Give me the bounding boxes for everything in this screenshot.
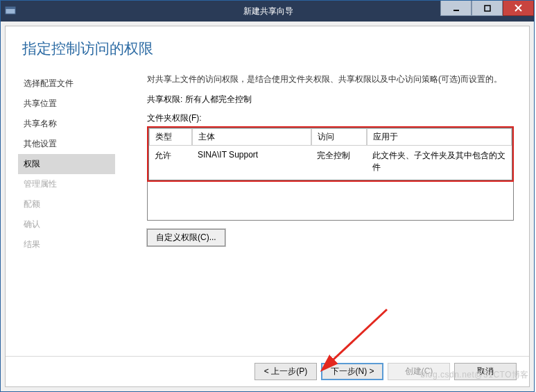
sidebar-item-profile[interactable]: 选择配置文件: [24, 74, 137, 94]
cell-apply: 此文件夹、子文件夹及其中包含的文件: [367, 148, 512, 176]
maximize-button[interactable]: [472, 1, 503, 16]
permissions-table[interactable]: 类型 主体 访问 应用于 允许 SINA\IT Support 完全控制 此文件…: [148, 128, 512, 180]
customize-permissions-button[interactable]: 自定义权限(C)...: [147, 229, 225, 246]
main-panel: 对共享上文件的访问权限，是结合使用文件夹权限、共享权限以及中心访问策略(可选)而…: [137, 71, 529, 356]
col-subject[interactable]: 主体: [192, 128, 311, 146]
sidebar-item-permissions[interactable]: 权限: [18, 154, 115, 174]
previous-button[interactable]: < 上一步(P): [254, 363, 317, 380]
highlighted-region: 类型 主体 访问 应用于 允许 SINA\IT Support 完全控制 此文件…: [147, 126, 514, 182]
wizard-window: 新建共享向导 指定控制访问的权限 选择配置文件 共享位置 共享名称 其他设置 权…: [0, 0, 535, 392]
table-empty-space: [147, 182, 514, 221]
page-title: 指定控制访问的权限: [6, 26, 529, 71]
sidebar-item-location[interactable]: 共享位置: [24, 94, 137, 114]
cell-type: 允许: [149, 148, 192, 176]
sidebar-item-other[interactable]: 其他设置: [24, 134, 137, 154]
folder-permission-label: 文件夹权限(F):: [147, 112, 514, 124]
button-bar: < 上一步(P) 下一步(N) > 创建(C) 取消: [6, 356, 529, 386]
cell-access: 完全控制: [311, 148, 367, 176]
next-button[interactable]: 下一步(N) >: [321, 363, 383, 380]
sidebar-item-result: 结果: [24, 235, 137, 255]
content-pane: 指定控制访问的权限 选择配置文件 共享位置 共享名称 其他设置 权限 管理属性 …: [5, 26, 530, 387]
sidebar-item-mgmt: 管理属性: [24, 174, 137, 194]
svg-rect-1: [6, 7, 15, 9]
description-text: 对共享上文件的访问权限，是结合使用文件夹权限、共享权限以及中心访问策略(可选)而…: [147, 74, 514, 85]
table-header: 类型 主体 访问 应用于: [149, 128, 512, 146]
sidebar-item-confirm: 确认: [24, 214, 137, 235]
app-icon: [5, 6, 16, 17]
close-button[interactable]: [503, 1, 534, 16]
col-type[interactable]: 类型: [149, 128, 192, 146]
sidebar-item-quota: 配额: [24, 194, 137, 214]
sidebar: 选择配置文件 共享位置 共享名称 其他设置 权限 管理属性 配额 确认 结果: [6, 71, 137, 356]
cancel-button[interactable]: 取消: [454, 363, 517, 380]
col-access[interactable]: 访问: [311, 128, 367, 146]
cell-subject: SINA\IT Support: [192, 148, 311, 176]
svg-rect-3: [485, 6, 490, 11]
titlebar: 新建共享向导: [1, 1, 534, 22]
table-row[interactable]: 允许 SINA\IT Support 完全控制 此文件夹、子文件夹及其中包含的文…: [149, 146, 512, 180]
minimize-button[interactable]: [440, 1, 472, 16]
share-permission-label: 共享权限: 所有人都完全控制: [147, 94, 514, 105]
sidebar-item-name[interactable]: 共享名称: [24, 114, 137, 134]
create-button: 创建(C): [388, 363, 450, 380]
col-apply[interactable]: 应用于: [367, 128, 512, 146]
